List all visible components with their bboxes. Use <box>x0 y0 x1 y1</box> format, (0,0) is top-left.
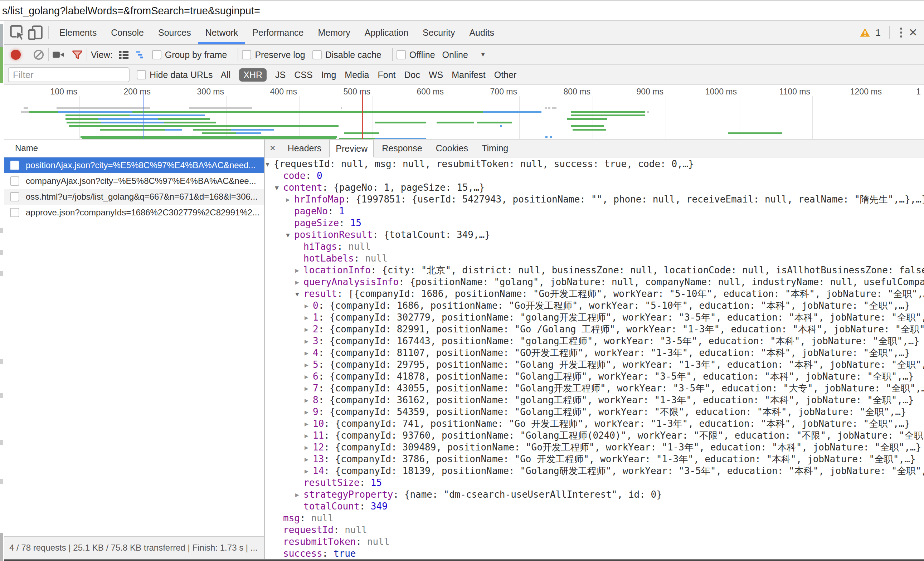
expanded-arrow-icon[interactable]: ▼ <box>286 229 290 241</box>
json-tree-row[interactable]: ▶11: {companyId: 93760, positionName: "G… <box>265 430 924 441</box>
collapsed-arrow-icon[interactable]: ▶ <box>304 300 309 312</box>
collapsed-arrow-icon[interactable]: ▶ <box>295 489 299 501</box>
detail-tab-cookies[interactable]: Cookies <box>430 140 474 157</box>
collapsed-arrow-icon[interactable]: ▶ <box>286 194 290 206</box>
json-tree-row[interactable]: ▼content: {pageNo: 1, pageSize: 15,…} <box>265 182 924 194</box>
request-row[interactable]: companyAjax.json?city=%E5%8C%97%E4%BA%AC… <box>4 173 264 189</box>
filter-input[interactable] <box>8 67 129 82</box>
type-filter-ws[interactable]: WS <box>429 70 443 80</box>
json-tree-row[interactable]: ▶1: {companyId: 302779, positionName: "g… <box>265 312 924 323</box>
json-tree-row[interactable]: ▶7: {companyId: 43055, positionName: "Go… <box>265 382 924 394</box>
json-tree-row[interactable]: ▶9: {companyId: 54359, positionName: "Go… <box>265 406 924 418</box>
type-filter-media[interactable]: Media <box>345 70 369 80</box>
name-column-header[interactable]: Name <box>4 140 264 158</box>
expanded-arrow-icon[interactable]: ▼ <box>266 158 270 170</box>
close-detail-icon[interactable]: × <box>270 144 276 153</box>
warning-icon[interactable] <box>860 27 870 38</box>
type-filter-all[interactable]: All <box>220 70 231 80</box>
json-tree-row[interactable]: resultSize: 15 <box>265 477 924 489</box>
request-checkbox[interactable] <box>10 192 20 201</box>
collapsed-arrow-icon[interactable]: ▶ <box>304 370 309 382</box>
collapsed-arrow-icon[interactable]: ▶ <box>304 394 309 406</box>
detail-tab-headers[interactable]: Headers <box>282 140 327 157</box>
request-row[interactable]: approve.json?companyIds=1686%2C302779%2C… <box>4 205 264 220</box>
collapsed-arrow-icon[interactable]: ▶ <box>304 406 309 418</box>
type-filter-css[interactable]: CSS <box>294 70 312 80</box>
type-filter-doc[interactable]: Doc <box>404 70 420 80</box>
collapsed-arrow-icon[interactable]: ▶ <box>304 312 309 323</box>
filter-funnel-icon[interactable] <box>72 49 83 60</box>
inspect-element-icon[interactable] <box>9 24 27 42</box>
tab-network[interactable]: Network <box>198 21 246 44</box>
waterfall-view-icon[interactable] <box>135 49 147 61</box>
type-filter-manifest[interactable]: Manifest <box>452 70 485 80</box>
chevron-down-icon[interactable]: ▼ <box>480 51 486 58</box>
disable-cache-checkbox[interactable] <box>312 50 322 59</box>
tab-application[interactable]: Application <box>357 21 416 44</box>
json-tree-row[interactable]: pageSize: 15 <box>265 217 924 229</box>
type-filter-img[interactable]: Img <box>321 70 336 80</box>
collapsed-arrow-icon[interactable]: ▶ <box>304 323 309 335</box>
type-filter-other[interactable]: Other <box>494 70 517 80</box>
throttling-select[interactable]: Online <box>442 50 468 60</box>
expanded-arrow-icon[interactable]: ▼ <box>295 288 299 300</box>
more-options-icon[interactable] <box>898 26 904 39</box>
tab-security[interactable]: Security <box>416 21 462 44</box>
tab-performance[interactable]: Performance <box>245 21 310 44</box>
json-tree-row[interactable]: ▶2: {companyId: 82991, positionName: "Go… <box>265 323 924 335</box>
json-tree-row[interactable]: hotLabels: null <box>265 253 924 264</box>
json-tree-row[interactable]: ▼positionResult: {totalCount: 349,…} <box>265 229 924 241</box>
list-view-icon[interactable] <box>118 49 130 61</box>
close-devtools-icon[interactable]: ✕ <box>909 27 918 38</box>
preserve-log-checkbox[interactable] <box>242 50 251 59</box>
type-filter-xhr[interactable]: XHR <box>239 68 267 82</box>
record-button[interactable] <box>11 50 21 60</box>
json-tree-row[interactable]: ▼result: [{companyId: 1686, positionName… <box>265 288 924 300</box>
json-tree-row[interactable]: ▶4: {companyId: 81107, positionName: "GO… <box>265 347 924 359</box>
request-checkbox[interactable] <box>10 176 20 186</box>
tab-memory[interactable]: Memory <box>310 21 357 44</box>
collapsed-arrow-icon[interactable]: ▶ <box>304 430 309 441</box>
request-checkbox[interactable] <box>10 160 20 170</box>
json-tree-row[interactable]: ▶10: {companyId: 741, positionName: "Go … <box>265 418 924 430</box>
type-filter-js[interactable]: JS <box>275 70 286 80</box>
expanded-arrow-icon[interactable]: ▼ <box>275 182 279 194</box>
request-row[interactable]: oss.html?u=/jobs/list_golang&q=667&n=671… <box>4 189 264 205</box>
json-tree-row[interactable]: ▶13: {companyId: 3786, positionName: "Go… <box>265 453 924 465</box>
json-tree-row[interactable]: totalCount: 349 <box>265 501 924 512</box>
tab-audits[interactable]: Audits <box>462 21 501 44</box>
collapsed-arrow-icon[interactable]: ▶ <box>304 441 309 453</box>
json-tree-row[interactable]: pageNo: 1 <box>265 206 924 217</box>
clear-button[interactable] <box>33 49 44 60</box>
collapsed-arrow-icon[interactable]: ▶ <box>295 276 299 288</box>
json-tree-row[interactable]: requestId: null <box>265 524 924 536</box>
json-tree-row[interactable]: resubmitToken: null <box>265 536 924 548</box>
json-tree-row[interactable]: msg: null <box>265 512 924 524</box>
json-tree-row[interactable]: ▶5: {companyId: 29795, positionName: "Go… <box>265 359 924 370</box>
json-tree-row[interactable]: ▶0: {companyId: 1686, positionName: "Go开… <box>265 300 924 312</box>
request-row[interactable]: positionAjax.json?city=%E5%8C%97%E4%BA%A… <box>4 158 264 173</box>
network-overview[interactable]: 100 ms200 ms300 ms400 ms500 ms600 ms700 … <box>4 85 924 140</box>
collapsed-arrow-icon[interactable]: ▶ <box>304 347 309 359</box>
json-tree-row[interactable]: ▶3: {companyId: 167443, positionName: "g… <box>265 335 924 347</box>
collapsed-arrow-icon[interactable]: ▶ <box>304 335 309 347</box>
collapsed-arrow-icon[interactable]: ▶ <box>304 453 309 465</box>
capture-screenshots-icon[interactable] <box>52 50 64 60</box>
request-checkbox[interactable] <box>10 208 20 217</box>
json-tree-row[interactable]: ▶hrInfoMap: {1997851: {userId: 5427943, … <box>265 194 924 206</box>
offline-checkbox[interactable] <box>396 50 406 59</box>
collapsed-arrow-icon[interactable]: ▶ <box>304 382 309 394</box>
hide-data-urls-checkbox[interactable] <box>137 70 146 80</box>
device-toolbar-icon[interactable] <box>27 24 44 42</box>
json-tree-row[interactable]: hiTags: null <box>265 241 924 253</box>
json-tree-row[interactable]: ▶queryAnalysisInfo: {positionName: "gola… <box>265 276 924 288</box>
tab-elements[interactable]: Elements <box>52 21 104 44</box>
collapsed-arrow-icon[interactable]: ▶ <box>295 264 299 276</box>
detail-tab-response[interactable]: Response <box>376 140 428 157</box>
json-tree-row[interactable]: ▶strategyProperty: {name: "dm-csearch-us… <box>265 489 924 501</box>
json-tree-row[interactable]: ▶14: {companyId: 18139, positionName: "G… <box>265 465 924 477</box>
type-filter-font[interactable]: Font <box>378 70 396 80</box>
json-tree-row[interactable]: success: true <box>265 548 924 559</box>
json-tree-row[interactable]: ▶6: {companyId: 41878, positionName: "Go… <box>265 370 924 382</box>
collapsed-arrow-icon[interactable]: ▶ <box>304 465 309 477</box>
